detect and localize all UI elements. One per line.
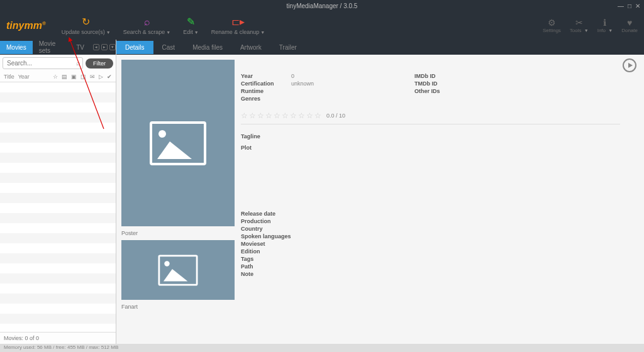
fanart-placeholder[interactable] <box>121 240 235 300</box>
filter-button[interactable]: Filter <box>86 58 113 69</box>
path-label: Path <box>241 263 291 270</box>
tab-details[interactable]: Details <box>116 41 153 54</box>
update-sources-button[interactable]: ↻ Update source(s)▼ <box>62 16 111 35</box>
poster-placeholder[interactable] <box>121 60 235 226</box>
gear-icon: ⚙ <box>548 18 556 28</box>
status-bar: Memory used: 56 MB / free: 455 MB / max:… <box>0 344 644 352</box>
star-icon[interactable]: ☆ <box>53 74 58 80</box>
production-label: Production <box>241 218 291 224</box>
left-panel: Movies Movie sets TV ◂ ▸ ▾ ⌕ Filter Titl… <box>0 40 116 344</box>
tools-icon: ✂ <box>575 18 583 28</box>
refresh-icon: ↻ <box>82 16 90 28</box>
star-icon: ☆ <box>241 111 248 120</box>
tags-label: Tags <box>241 256 291 262</box>
check-icon[interactable]: ✔ <box>107 74 112 80</box>
image-placeholder-icon <box>158 255 198 285</box>
fanart-caption: Fanart <box>121 304 235 310</box>
image-icon[interactable]: ▣ <box>71 74 77 80</box>
edition-label: Edition <box>241 248 291 255</box>
chat-icon[interactable]: ✉ <box>90 74 95 80</box>
movieset-label: Movieset <box>241 241 291 247</box>
year-label: Year <box>241 73 291 79</box>
tmdb-label: TMDb ID <box>414 80 465 87</box>
imdb-label: IMDb ID <box>414 73 465 79</box>
runtime-label: Runtime <box>241 88 291 94</box>
window-titlebar: tinyMediaManager / 3.0.5 — □ ✕ <box>0 0 644 11</box>
chevron-down-icon: ▼ <box>260 30 265 35</box>
play-col-icon[interactable]: ▷ <box>99 74 103 80</box>
plot-label: Plot <box>241 145 252 151</box>
info-icon: ℹ <box>603 18 606 28</box>
chevron-down-icon: ▼ <box>194 30 199 35</box>
image-placeholder-icon <box>150 121 206 165</box>
col-title[interactable]: Title <box>4 74 14 80</box>
certification-label: Certification <box>241 80 291 87</box>
rename-icon: ⊏▸ <box>231 16 245 28</box>
tab-next-icon[interactable]: ▸ <box>101 44 108 50</box>
tab-prev-icon[interactable]: ◂ <box>93 44 99 50</box>
pencil-icon: ✎ <box>187 16 195 28</box>
search-icon[interactable]: ⌕ <box>76 59 80 67</box>
donate-button[interactable]: ♥ Donate <box>621 18 638 33</box>
tools-button[interactable]: ✂ Tools ▼ <box>570 18 589 33</box>
poster-caption: Poster <box>121 230 235 236</box>
note-label: Note <box>241 271 291 277</box>
app-logo: tinymm® <box>6 20 46 31</box>
maximize-icon[interactable]: □ <box>628 3 631 9</box>
nfo-icon[interactable]: ▤ <box>62 74 67 80</box>
tab-list-icon[interactable]: ▾ <box>109 44 116 50</box>
close-icon[interactable]: ✕ <box>635 3 640 9</box>
tab-artwork[interactable]: Artwork <box>231 41 270 54</box>
search-input[interactable] <box>3 57 83 69</box>
subtitle-icon[interactable]: ◫ <box>80 74 86 80</box>
edit-button[interactable]: ✎ Edit▼ <box>183 16 198 35</box>
languages-label: Spoken languages <box>241 233 291 239</box>
heart-icon: ♥ <box>627 18 632 28</box>
list-header: Title Year ☆ ▤ ▣ ◫ ✉ ▷ ✔ <box>0 72 116 82</box>
rating-text: 0.0 / 10 <box>326 113 345 119</box>
list-footer: Movies: 0 of 0 <box>0 332 116 344</box>
chevron-down-icon: ▼ <box>106 30 111 35</box>
tab-cast[interactable]: Cast <box>153 41 184 54</box>
rating-stars: ☆☆☆☆☆☆☆☆☆☆ 0.0 / 10 <box>241 107 620 124</box>
info-button[interactable]: ℹ Info ▼ <box>597 18 613 33</box>
col-year[interactable]: Year <box>18 74 30 80</box>
otherids-label: Other IDs <box>414 88 465 94</box>
chevron-down-icon: ▼ <box>166 30 170 35</box>
detail-panel: Details Cast Media files Artwork Trailer… <box>116 40 644 344</box>
release-date-label: Release date <box>241 211 291 217</box>
year-value: 0 <box>291 73 294 79</box>
genres-label: Genres <box>241 96 291 102</box>
magnify-icon: ⌕ <box>144 16 150 28</box>
certification-value: unknown <box>291 80 314 87</box>
settings-button[interactable]: ⚙ Settings <box>543 18 561 33</box>
tab-movies[interactable]: Movies <box>0 41 33 54</box>
movie-list[interactable] <box>0 82 116 332</box>
rename-cleanup-button[interactable]: ⊏▸ Rename & cleanup▼ <box>211 16 265 35</box>
minimize-icon[interactable]: — <box>618 3 624 9</box>
main-toolbar: tinymm® ↻ Update source(s)▼ ⌕ Search & s… <box>0 11 644 40</box>
tab-media-files[interactable]: Media files <box>184 41 231 54</box>
tagline-label: Tagline <box>241 133 260 140</box>
search-scrape-button[interactable]: ⌕ Search & scrape▼ <box>123 16 170 35</box>
country-label: Country <box>241 226 291 232</box>
window-title: tinyMediaManager / 3.0.5 <box>287 3 358 9</box>
tab-tv[interactable]: TV <box>70 41 91 54</box>
play-button[interactable] <box>623 58 636 72</box>
tab-trailer[interactable]: Trailer <box>270 41 306 54</box>
